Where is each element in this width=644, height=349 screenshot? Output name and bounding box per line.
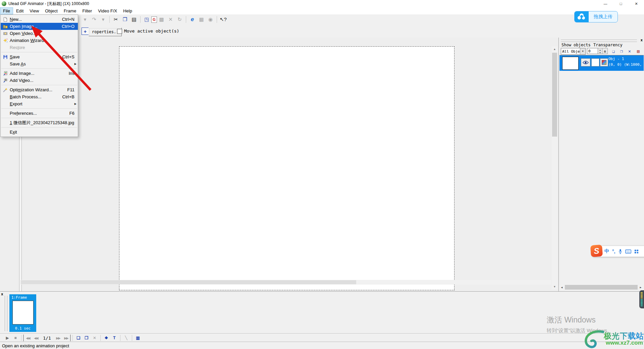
cut-icon[interactable]: ✂ [111, 15, 120, 23]
menu-item-add-video[interactable]: Add Video... [1, 77, 78, 84]
paste-icon[interactable]: ▤ [129, 15, 139, 23]
menu-item-save-as[interactable]: Save As ▶ [1, 60, 78, 67]
toggle-frame-panel-icon[interactable]: ▥ [134, 335, 142, 341]
drag-upload-button[interactable]: 拖拽上传 [574, 11, 618, 22]
panel-horizontal-scrollbar[interactable]: ◀ ▶ [559, 285, 643, 290]
distribute-icon[interactable]: ✕ [166, 15, 175, 23]
crossfade-icon[interactable]: ╲ [122, 335, 130, 341]
tween-icon[interactable]: T [110, 335, 118, 341]
preview-in-browser-icon[interactable]: e [188, 15, 197, 23]
horizontal-scroll-thumb[interactable] [21, 280, 356, 284]
first-frame-icon[interactable]: ◀◀ [23, 335, 32, 341]
menu-item-optimization-wizard[interactable]: Optimization Wizard... F11 [1, 86, 78, 93]
object-properties-icon[interactable]: ▤ [635, 48, 642, 54]
canvas-vertical-scrollbar[interactable]: ▲ ▼ [552, 46, 557, 290]
menu-video-fx[interactable]: Video F/X [95, 7, 120, 14]
menu-item-restore[interactable]: Restore [1, 44, 78, 51]
export-web-icon[interactable]: ◉ [206, 15, 215, 23]
add-frame-icon[interactable]: ❏ [74, 335, 83, 341]
scroll-down-icon[interactable]: ▼ [552, 284, 557, 290]
play-icon[interactable]: ▶ [3, 335, 11, 341]
menu-view[interactable]: View [26, 7, 42, 14]
menu-item-label: Batch Process... [10, 94, 42, 99]
panel-drag-grip[interactable] [561, 40, 637, 42]
object-color-button[interactable] [600, 58, 608, 66]
toolbox-grid-icon[interactable] [634, 249, 639, 254]
menu-edit[interactable]: Edit [13, 7, 26, 14]
transparency-value[interactable]: 0 [587, 48, 598, 54]
spin-up-icon[interactable]: ▲ [598, 48, 602, 51]
transparency-spinner[interactable]: 0 ▲ ▼ ± [587, 48, 608, 54]
rotate-icon[interactable]: ↻ [175, 15, 184, 23]
menu-item-batch-process[interactable]: Batch Process... Ctrl+B [1, 93, 78, 100]
copy-icon[interactable]: ❐ [120, 15, 129, 23]
frame-thumbnail[interactable] [12, 301, 34, 325]
menu-item-exit[interactable]: Exit [1, 129, 78, 136]
menu-item-open-image[interactable]: Open Image... Ctrl+O [1, 23, 78, 30]
ime-logo-icon[interactable]: S [590, 245, 603, 257]
menu-item-animation-wizard[interactable]: Animation Wizard... [1, 37, 78, 44]
spin-down-icon[interactable]: ▼ [598, 51, 602, 54]
keyboard-icon[interactable] [625, 249, 631, 254]
minimize-button[interactable]: — [598, 0, 613, 7]
delete-object-icon[interactable]: ✕ [626, 48, 633, 54]
canvas-horizontal-scrollbar[interactable] [20, 280, 551, 285]
menu-item-add-image[interactable]: Add Image... Ins [1, 70, 78, 77]
close-button[interactable]: ✕ [629, 0, 644, 7]
menubar: File Edit View Object Frame Filter Video… [0, 7, 644, 14]
menu-file[interactable]: File [0, 7, 13, 14]
show-objects-label: Show objects [561, 43, 591, 47]
object-visibility-button[interactable] [581, 58, 590, 66]
menu-item-new[interactable]: New... Ctrl+N [1, 16, 78, 23]
delete-frame-icon[interactable]: ✕ [91, 335, 99, 341]
scroll-left-icon[interactable]: ◀ [559, 285, 564, 290]
add-object-icon[interactable]: ❏ [610, 48, 617, 54]
stop-icon[interactable]: ■ [11, 335, 19, 341]
redo-dropdown-icon[interactable]: ▾ [99, 15, 108, 23]
move-active-object-checkbox[interactable] [117, 29, 122, 34]
maximize-button[interactable]: □ [613, 0, 629, 7]
chevron-down-icon[interactable]: ▼ [580, 48, 585, 54]
ime-punctuation-icon[interactable]: °, [612, 249, 615, 254]
transparency-slider-button[interactable]: ± [602, 48, 608, 54]
ime-mode-icon[interactable]: 中 [604, 248, 609, 254]
menu-item-recent-file[interactable]: 1 微信图片_20230427125348.jpg [1, 119, 78, 126]
duplicate-object-icon[interactable]: ❐ [618, 48, 625, 54]
menu-item-label: Open Image... [10, 24, 37, 29]
menu-help[interactable]: Help [120, 7, 135, 14]
object-thumbnail[interactable] [562, 57, 579, 70]
frame-thumbnail-card[interactable]: 1:Frame 0.1 sec [9, 294, 36, 332]
reverse-order-icon[interactable]: ❖ [102, 335, 110, 341]
menu-object[interactable]: Object [42, 7, 61, 14]
next-frame-icon[interactable]: ▶▶ [54, 335, 62, 341]
object-filter-dropdown[interactable]: All Object: ▼ [561, 48, 586, 55]
menu-item-save[interactable]: Save Ctrl+S [1, 53, 78, 60]
crop-canvas-icon[interactable]: ◳ [142, 15, 151, 23]
gif-properties-icon[interactable]: G [151, 16, 157, 23]
panel-close-icon[interactable]: x [640, 38, 643, 42]
menu-item-preferences[interactable]: Preferences... F6 [1, 110, 78, 117]
menu-item-export[interactable]: Export ▶ [1, 100, 78, 107]
object-list-row[interactable]: Obj - 1 (0, 0) (W:1000, H:80 [559, 55, 644, 71]
menu-frame[interactable]: Frame [61, 7, 79, 14]
vertical-scroll-thumb[interactable] [552, 53, 557, 137]
undo-dropdown-icon[interactable]: ▾ [80, 15, 90, 23]
frame-panel-grip[interactable] [5, 296, 7, 331]
redo-icon[interactable]: ↷ [90, 15, 99, 23]
context-help-icon[interactable]: ↖? [219, 15, 228, 23]
previous-frame-icon[interactable]: ◀◀ [32, 335, 40, 341]
menu-filter[interactable]: Filter [79, 7, 95, 14]
microphone-icon[interactable] [619, 249, 622, 254]
scroll-right-icon[interactable]: ▶ [638, 285, 643, 290]
object-name: Obj - 1 [608, 57, 644, 61]
menu-item-open-video[interactable]: Open Video... [1, 30, 78, 37]
duplicate-frame-icon[interactable]: ❐ [83, 335, 91, 341]
object-blank-button[interactable] [591, 58, 599, 66]
move-tool-icon[interactable]: + [82, 28, 89, 35]
scroll-up-icon[interactable]: ▲ [552, 46, 557, 52]
resample-icon[interactable]: ▩ [157, 15, 166, 23]
frame-panel-close-icon[interactable]: x [1, 292, 3, 296]
panel-scroll-thumb[interactable] [565, 285, 638, 290]
last-frame-icon[interactable]: ▶▶ [62, 335, 71, 341]
transparency-check-icon[interactable]: ▦ [197, 15, 206, 23]
